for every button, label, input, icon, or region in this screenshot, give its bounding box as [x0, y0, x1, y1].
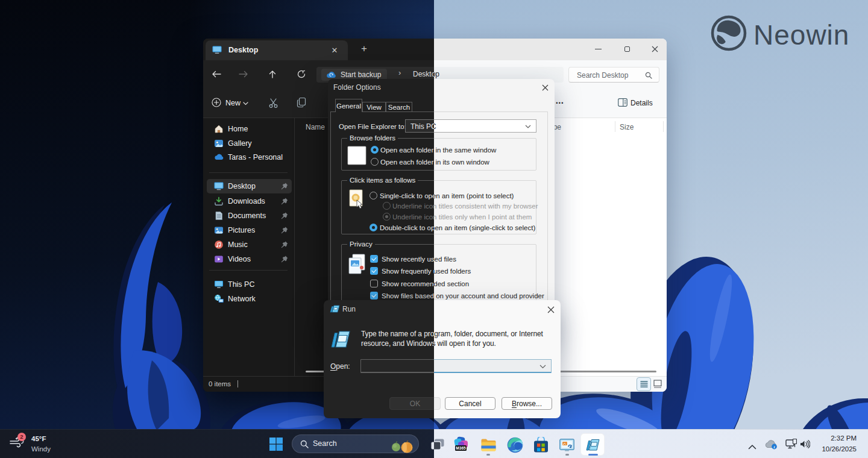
nav-item-gallery[interactable]: Gallery	[207, 136, 292, 151]
running-indicator	[486, 454, 490, 456]
radio-single-click[interactable]	[370, 192, 377, 199]
details-pane-label: Details	[631, 99, 653, 107]
up-button[interactable]	[266, 68, 279, 80]
copy-icon	[296, 97, 307, 108]
active-app-indicator	[588, 454, 598, 456]
column-header-name[interactable]: Name	[306, 123, 325, 131]
this-pc-icon	[214, 280, 224, 289]
cut-button[interactable]	[268, 97, 280, 109]
combobox-value: This PC	[410, 122, 436, 131]
checkbox-recent-files[interactable]	[370, 255, 378, 263]
dialog-title: Folder Options	[333, 83, 381, 92]
radio-underline-browser[interactable]	[383, 202, 391, 210]
thumbnail-view-button[interactable]	[653, 379, 662, 389]
file-explorer-app-icon[interactable]	[480, 438, 497, 455]
screenshot-stage: Desktop ✕ +	[0, 0, 868, 458]
column-separator[interactable]	[615, 121, 615, 132]
downloads-icon	[214, 196, 224, 206]
open-explorer-to-label: Open File Explorer to:	[339, 123, 406, 130]
column-header-size[interactable]: Size	[620, 123, 634, 131]
weather-temperature: 45°F	[31, 435, 46, 442]
run-app-icon[interactable]	[586, 439, 600, 453]
copy-button[interactable]	[296, 97, 308, 109]
display-settings-app-icon[interactable]	[559, 439, 574, 454]
cancel-button-label: Cancel	[459, 400, 481, 408]
minimize-button[interactable]	[585, 39, 611, 59]
pin-icon	[280, 226, 289, 234]
nav-item-label: Network	[228, 295, 256, 303]
pictures-icon	[214, 225, 224, 235]
radio-double-click[interactable]	[370, 224, 377, 231]
search-pill[interactable]: Search	[292, 434, 419, 453]
close-button[interactable]	[641, 39, 667, 59]
cancel-button[interactable]: Cancel	[445, 397, 495, 410]
weather-condition: Windy	[31, 445, 51, 453]
checkbox-frequent-folders[interactable]	[370, 267, 378, 275]
volume-tray-icon[interactable]	[800, 440, 810, 451]
nav-item-documents[interactable]: Documents	[207, 209, 292, 223]
browse-button[interactable]: Browse...	[502, 397, 552, 410]
onedrive-tray-icon[interactable]: i	[764, 439, 778, 452]
m365-copilot-app-icon[interactable]: M365	[453, 436, 470, 455]
nav-item-music[interactable]: Music	[207, 237, 292, 252]
speaker-icon	[800, 440, 810, 448]
tray-expand-button[interactable]	[748, 441, 756, 452]
nav-item-label: Videos	[228, 255, 251, 263]
details-pane-button[interactable]: Details	[615, 95, 664, 111]
tab-close-icon[interactable]: ✕	[329, 45, 341, 57]
radio-same-window[interactable]	[371, 146, 379, 154]
desktop-tab-icon	[212, 46, 222, 54]
nav-item-desktop[interactable]: Desktop	[207, 179, 292, 193]
m365-icon: M365	[453, 436, 470, 453]
nav-separator	[209, 270, 288, 271]
details-pane-icon	[618, 98, 627, 107]
dialog-close-button[interactable]	[540, 83, 551, 93]
nav-item-network[interactable]: Network	[207, 292, 292, 306]
refresh-button[interactable]	[295, 68, 308, 80]
back-button[interactable]	[210, 68, 223, 80]
pin-icon	[280, 240, 289, 249]
network-tray-icon[interactable]	[785, 439, 797, 452]
tab-general[interactable]: General	[335, 99, 362, 112]
taskbar-clock[interactable]: 2:32 PM 10/26/2025	[822, 435, 857, 453]
details-view-button[interactable]	[637, 377, 651, 391]
nav-item-onedrive[interactable]: Taras - Personal	[207, 150, 292, 165]
explorer-tab-desktop[interactable]: Desktop ✕	[206, 40, 348, 60]
tab-view[interactable]: View	[362, 102, 386, 112]
checkbox-recommended[interactable]	[370, 280, 378, 287]
forward-button[interactable]	[237, 68, 250, 80]
nav-item-label: This PC	[228, 280, 254, 289]
edge-app-icon[interactable]	[507, 437, 523, 456]
new-tab-button[interactable]: +	[357, 42, 371, 55]
weather-notification-badge: 2	[17, 433, 26, 441]
new-button[interactable]: New	[208, 94, 250, 112]
weather-widget[interactable]: 2 45°F Windy	[0, 430, 66, 458]
thumbnail-view-icon	[653, 380, 662, 388]
click-items-icon	[348, 189, 366, 211]
nav-item-label: Documents	[228, 212, 266, 220]
store-app-icon[interactable]	[533, 437, 549, 455]
nav-item-pictures[interactable]: Pictures	[207, 223, 292, 237]
nav-item-home[interactable]: Home	[207, 122, 292, 136]
nav-item-downloads[interactable]: Downloads	[207, 194, 292, 209]
network-icon	[214, 294, 224, 304]
search-box[interactable]: Search Desktop	[568, 67, 659, 83]
column-separator[interactable]	[663, 121, 664, 132]
breadcrumb-separator: ›	[398, 68, 401, 77]
folder-icon	[480, 438, 497, 453]
dialog-close-button[interactable]	[546, 304, 556, 315]
maximize-button[interactable]	[614, 39, 640, 59]
nav-item-label: Taras - Personal	[228, 153, 283, 162]
nav-item-videos[interactable]: Videos	[207, 252, 292, 266]
browse-button-accelerator: B	[512, 400, 517, 408]
nav-item-this-pc[interactable]: This PC	[207, 277, 292, 292]
radio-underline-point[interactable]	[383, 213, 391, 221]
checkbox-cloud-files[interactable]	[370, 292, 378, 300]
group-title: Browse folders	[347, 134, 398, 142]
more-options-button[interactable]: •••	[554, 100, 566, 106]
start-button[interactable]	[269, 437, 283, 451]
ok-button[interactable]: OK	[389, 397, 441, 410]
tab-search[interactable]: Search	[386, 102, 412, 112]
windows-logo-icon	[269, 437, 283, 451]
radio-own-window[interactable]	[371, 158, 379, 166]
